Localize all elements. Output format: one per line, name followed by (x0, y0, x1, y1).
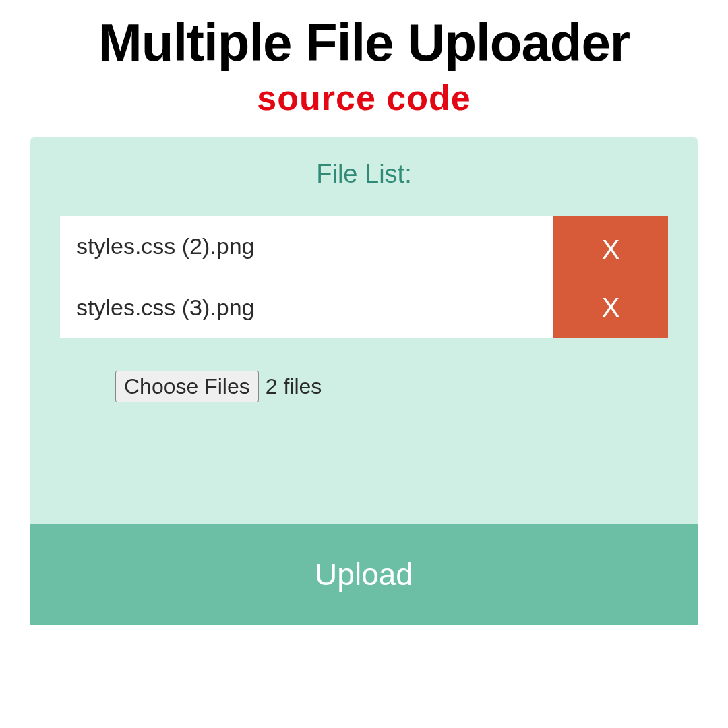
file-name-label: styles.css (3).png (60, 277, 553, 338)
upload-button[interactable]: Upload (30, 524, 698, 625)
file-list: styles.css (2).png X styles.css (3).png … (60, 216, 668, 338)
spacer (60, 402, 668, 483)
choose-files-button[interactable]: Choose Files (115, 371, 259, 402)
file-list-heading: File List: (60, 160, 668, 189)
panel-inner: File List: styles.css (2).png X styles.c… (30, 137, 698, 524)
file-row: styles.css (3).png X (60, 277, 668, 338)
file-row: styles.css (2).png X (60, 216, 668, 277)
remove-file-button[interactable]: X (553, 216, 668, 277)
remove-file-button[interactable]: X (553, 277, 668, 338)
upload-panel: File List: styles.css (2).png X styles.c… (30, 137, 698, 625)
page-title: Multiple File Uploader (98, 12, 630, 73)
page-subtitle: source code (257, 78, 471, 118)
file-input-wrapper: Choose Files 2 files (115, 371, 668, 402)
file-name-label: styles.css (2).png (60, 216, 553, 277)
file-count-text: 2 files (266, 374, 322, 399)
